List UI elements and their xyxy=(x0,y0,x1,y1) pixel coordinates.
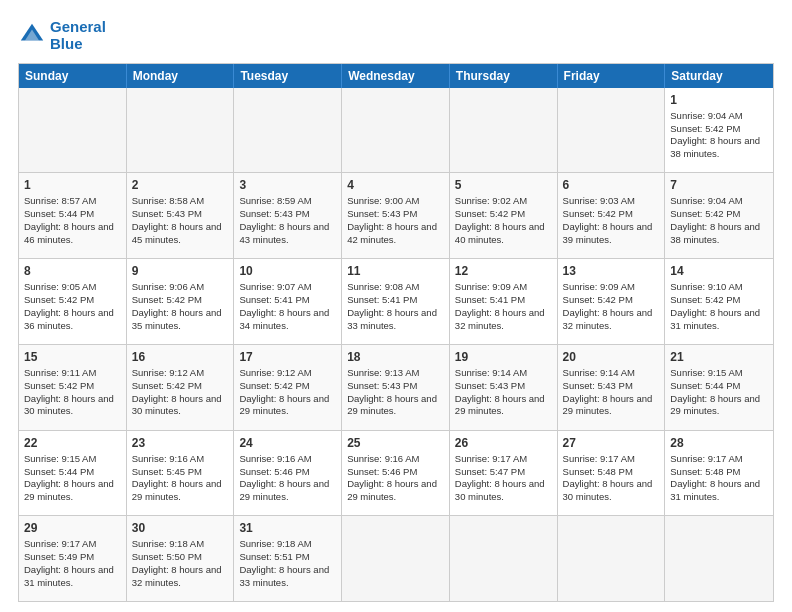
sunset-text: Sunset: 5:42 PM xyxy=(455,208,552,221)
daylight-text: Daylight: 8 hours and 31 minutes. xyxy=(670,307,768,333)
day-number: 15 xyxy=(24,349,121,365)
calendar-row-4: 15Sunrise: 9:11 AMSunset: 5:42 PMDayligh… xyxy=(19,344,773,430)
sunrise-text: Sunrise: 9:11 AM xyxy=(24,367,121,380)
day-cell-2: 2Sunrise: 8:58 AMSunset: 5:43 PMDaylight… xyxy=(127,173,235,258)
day-number: 14 xyxy=(670,263,768,279)
sunrise-text: Sunrise: 9:17 AM xyxy=(455,453,552,466)
day-cell-10: 10Sunrise: 9:07 AMSunset: 5:41 PMDayligh… xyxy=(234,259,342,344)
sunset-text: Sunset: 5:43 PM xyxy=(347,380,444,393)
sunrise-text: Sunrise: 9:07 AM xyxy=(239,281,336,294)
sunrise-text: Sunrise: 9:09 AM xyxy=(563,281,660,294)
daylight-text: Daylight: 8 hours and 35 minutes. xyxy=(132,307,229,333)
daylight-text: Daylight: 8 hours and 38 minutes. xyxy=(670,221,768,247)
sunset-text: Sunset: 5:45 PM xyxy=(132,466,229,479)
day-number: 3 xyxy=(239,177,336,193)
day-cell-8: 8Sunrise: 9:05 AMSunset: 5:42 PMDaylight… xyxy=(19,259,127,344)
day-header-thursday: Thursday xyxy=(450,64,558,88)
daylight-text: Daylight: 8 hours and 30 minutes. xyxy=(24,393,121,419)
sunrise-text: Sunrise: 8:59 AM xyxy=(239,195,336,208)
day-cell-7: 7Sunrise: 9:04 AMSunset: 5:42 PMDaylight… xyxy=(665,173,773,258)
day-cell-28: 28Sunrise: 9:17 AMSunset: 5:48 PMDayligh… xyxy=(665,431,773,516)
sunrise-text: Sunrise: 9:09 AM xyxy=(455,281,552,294)
sunrise-text: Sunrise: 9:05 AM xyxy=(24,281,121,294)
logo-icon xyxy=(18,21,46,49)
sunrise-text: Sunrise: 9:15 AM xyxy=(670,367,768,380)
day-cell-17: 17Sunrise: 9:12 AMSunset: 5:42 PMDayligh… xyxy=(234,345,342,430)
day-cell-1: 1Sunrise: 8:57 AMSunset: 5:44 PMDaylight… xyxy=(19,173,127,258)
empty-cell xyxy=(665,516,773,601)
day-number: 16 xyxy=(132,349,229,365)
logo-text: General Blue xyxy=(50,18,106,53)
sunrise-text: Sunrise: 9:16 AM xyxy=(132,453,229,466)
daylight-text: Daylight: 8 hours and 29 minutes. xyxy=(563,393,660,419)
sunrise-text: Sunrise: 9:17 AM xyxy=(24,538,121,551)
calendar-row-6: 29Sunrise: 9:17 AMSunset: 5:49 PMDayligh… xyxy=(19,515,773,601)
day-cell-15: 15Sunrise: 9:11 AMSunset: 5:42 PMDayligh… xyxy=(19,345,127,430)
sunset-text: Sunset: 5:48 PM xyxy=(563,466,660,479)
calendar-header: SundayMondayTuesdayWednesdayThursdayFrid… xyxy=(19,64,773,88)
day-cell-23: 23Sunrise: 9:16 AMSunset: 5:45 PMDayligh… xyxy=(127,431,235,516)
daylight-text: Daylight: 8 hours and 32 minutes. xyxy=(455,307,552,333)
daylight-text: Daylight: 8 hours and 31 minutes. xyxy=(24,564,121,590)
sunrise-text: Sunrise: 9:17 AM xyxy=(670,453,768,466)
sunset-text: Sunset: 5:42 PM xyxy=(563,208,660,221)
day-cell-16: 16Sunrise: 9:12 AMSunset: 5:42 PMDayligh… xyxy=(127,345,235,430)
day-header-monday: Monday xyxy=(127,64,235,88)
sunrise-text: Sunrise: 9:10 AM xyxy=(670,281,768,294)
daylight-text: Daylight: 8 hours and 32 minutes. xyxy=(132,564,229,590)
sunset-text: Sunset: 5:43 PM xyxy=(132,208,229,221)
day-cell-25: 25Sunrise: 9:16 AMSunset: 5:46 PMDayligh… xyxy=(342,431,450,516)
day-cell-31: 31Sunrise: 9:18 AMSunset: 5:51 PMDayligh… xyxy=(234,516,342,601)
sunrise-text: Sunrise: 9:15 AM xyxy=(24,453,121,466)
empty-cell xyxy=(342,516,450,601)
day-number: 12 xyxy=(455,263,552,279)
sunset-text: Sunset: 5:49 PM xyxy=(24,551,121,564)
daylight-text: Daylight: 8 hours and 30 minutes. xyxy=(455,478,552,504)
day-number: 22 xyxy=(24,435,121,451)
calendar-row-5: 22Sunrise: 9:15 AMSunset: 5:44 PMDayligh… xyxy=(19,430,773,516)
day-cell-12: 12Sunrise: 9:09 AMSunset: 5:41 PMDayligh… xyxy=(450,259,558,344)
day-cell-21: 21Sunrise: 9:15 AMSunset: 5:44 PMDayligh… xyxy=(665,345,773,430)
day-number: 29 xyxy=(24,520,121,536)
day-number: 30 xyxy=(132,520,229,536)
day-cell-6: 6Sunrise: 9:03 AMSunset: 5:42 PMDaylight… xyxy=(558,173,666,258)
daylight-text: Daylight: 8 hours and 31 minutes. xyxy=(670,478,768,504)
daylight-text: Daylight: 8 hours and 38 minutes. xyxy=(670,135,768,161)
day-header-wednesday: Wednesday xyxy=(342,64,450,88)
daylight-text: Daylight: 8 hours and 29 minutes. xyxy=(239,478,336,504)
empty-cell xyxy=(450,516,558,601)
day-number: 24 xyxy=(239,435,336,451)
day-cell-27: 27Sunrise: 9:17 AMSunset: 5:48 PMDayligh… xyxy=(558,431,666,516)
sunset-text: Sunset: 5:41 PM xyxy=(347,294,444,307)
day-number: 10 xyxy=(239,263,336,279)
sunrise-text: Sunrise: 8:58 AM xyxy=(132,195,229,208)
daylight-text: Daylight: 8 hours and 45 minutes. xyxy=(132,221,229,247)
day-header-saturday: Saturday xyxy=(665,64,773,88)
daylight-text: Daylight: 8 hours and 46 minutes. xyxy=(24,221,121,247)
empty-cell xyxy=(19,88,127,173)
sunrise-text: Sunrise: 9:02 AM xyxy=(455,195,552,208)
day-number: 23 xyxy=(132,435,229,451)
day-cell-19: 19Sunrise: 9:14 AMSunset: 5:43 PMDayligh… xyxy=(450,345,558,430)
day-cell-1: 1Sunrise: 9:04 AMSunset: 5:42 PMDaylight… xyxy=(665,88,773,173)
sunrise-text: Sunrise: 9:14 AM xyxy=(563,367,660,380)
day-number: 25 xyxy=(347,435,444,451)
day-cell-13: 13Sunrise: 9:09 AMSunset: 5:42 PMDayligh… xyxy=(558,259,666,344)
day-cell-24: 24Sunrise: 9:16 AMSunset: 5:46 PMDayligh… xyxy=(234,431,342,516)
sunrise-text: Sunrise: 9:06 AM xyxy=(132,281,229,294)
daylight-text: Daylight: 8 hours and 33 minutes. xyxy=(239,564,336,590)
daylight-text: Daylight: 8 hours and 43 minutes. xyxy=(239,221,336,247)
sunrise-text: Sunrise: 9:12 AM xyxy=(132,367,229,380)
daylight-text: Daylight: 8 hours and 29 minutes. xyxy=(24,478,121,504)
day-number: 21 xyxy=(670,349,768,365)
day-number: 31 xyxy=(239,520,336,536)
sunrise-text: Sunrise: 9:03 AM xyxy=(563,195,660,208)
sunrise-text: Sunrise: 9:16 AM xyxy=(347,453,444,466)
day-number: 7 xyxy=(670,177,768,193)
empty-cell xyxy=(127,88,235,173)
logo: General Blue xyxy=(18,18,106,53)
daylight-text: Daylight: 8 hours and 40 minutes. xyxy=(455,221,552,247)
sunrise-text: Sunrise: 9:04 AM xyxy=(670,110,768,123)
day-cell-29: 29Sunrise: 9:17 AMSunset: 5:49 PMDayligh… xyxy=(19,516,127,601)
sunset-text: Sunset: 5:42 PM xyxy=(670,123,768,136)
